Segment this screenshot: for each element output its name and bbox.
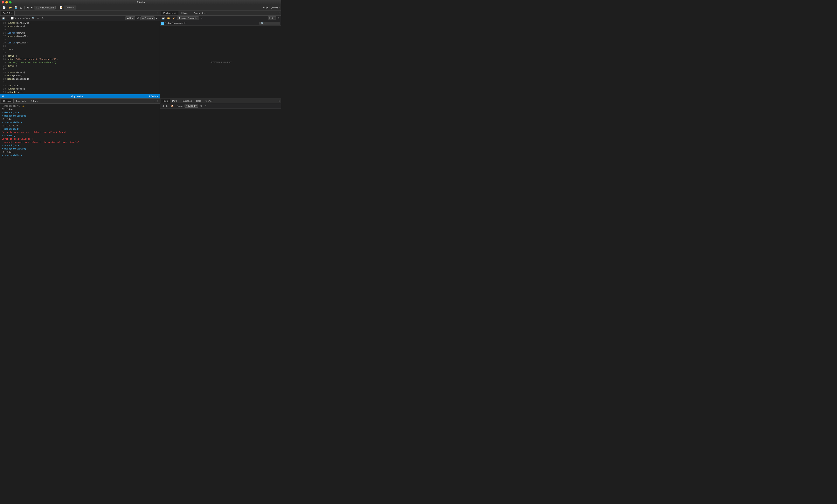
files-maximize-button[interactable]: □ (278, 100, 281, 102)
env-maximize-button[interactable]: □ (278, 12, 281, 14)
files-content (160, 109, 281, 158)
code-line-28: 28 summary(cars) (0, 71, 160, 74)
code-editor[interactable]: 13 summary(chickwts) 14 summary(cars) 15… (0, 21, 160, 94)
import-label: Import Dataset ▾ (181, 17, 197, 20)
new-script-button[interactable]: 📝 (59, 6, 63, 9)
zoom-button[interactable]: Zoom (176, 105, 183, 107)
new-file-button[interactable]: 📄▾ (2, 6, 7, 9)
cursor-position: 39:1 (2, 95, 5, 97)
files-minimize-button[interactable]: – (275, 100, 278, 102)
global-env-label[interactable]: Global Environment ▾ (165, 22, 186, 24)
console-tab-bar: Console Terminal ▾ Jobs ✕ – □ (0, 98, 160, 104)
source-button[interactable]: ⇒ Source ▾ (140, 16, 155, 20)
rerun-button[interactable]: ↺ (136, 17, 140, 20)
go-to-file-button[interactable]: Go to file/function (34, 6, 56, 10)
open-file-button[interactable]: 📂 (8, 6, 13, 9)
source-arrow-icon: ▾ (152, 17, 153, 20)
code-line-23: 23 getwd() (0, 54, 160, 58)
env-save-button[interactable]: 💾 (161, 17, 165, 20)
env-tab-controls: – □ (275, 12, 281, 14)
console-line-7: > mean(speed) (2, 127, 158, 131)
files-tab-controls: – □ (275, 100, 281, 102)
print-button[interactable]: 🖨 (19, 6, 23, 9)
run-button[interactable]: ▶ Run (125, 16, 135, 20)
code-line-24: 24 setwd("/Users/zerohertz/Documents/R") (0, 58, 160, 61)
files-back-button[interactable]: ◀ (161, 104, 164, 107)
tab-close-icon[interactable]: ✕ (11, 12, 13, 14)
editor-tab-day2r[interactable]: Day2.R ✕ (1, 11, 15, 15)
minimize-button[interactable] (5, 1, 8, 3)
console-line-1: [1] 15.4 (2, 108, 158, 111)
editor-options-button[interactable]: ▸ (156, 17, 158, 20)
console-minimize-button[interactable]: – (154, 100, 156, 102)
spell-check-button[interactable]: ✏ (36, 17, 40, 20)
export-button[interactable]: ⬆ Export ▾ (184, 104, 198, 108)
tab-packages[interactable]: Packages (180, 98, 194, 103)
console-line-8: Error in mean(speed) : object 'speed' no… (2, 131, 158, 134)
console-maximize-button[interactable]: □ (156, 100, 159, 102)
project-button[interactable]: Project: (None) ▾ (263, 6, 280, 9)
code-tools-button[interactable]: ⚙ (41, 17, 44, 20)
source-label: ⇒ Source (142, 17, 152, 20)
main-toolbar: 📄▾ 📂 💾 🖨 ◀ ▶ Go to file/function 📝 Addin… (0, 4, 281, 11)
env-open-button[interactable]: 📂 (166, 17, 171, 20)
tab-connections[interactable]: Connections (191, 11, 209, 15)
maximize-button[interactable] (9, 1, 12, 3)
console-dir-line: ~/Documents/R/ 🔒 (2, 104, 158, 108)
env-refresh-button[interactable]: ↺ (200, 17, 203, 20)
source-on-save-text: Source on Save (14, 17, 30, 20)
source-on-save-label[interactable]: Source on Save (11, 17, 30, 20)
tab-environment[interactable]: Environment (161, 11, 179, 15)
editor-tab-bar: Day2.R ✕ – □ (0, 11, 160, 16)
tab-history[interactable]: History (179, 11, 191, 15)
forward-button[interactable]: ▶ (30, 6, 33, 9)
list-view-button[interactable]: List ▾ (268, 16, 276, 20)
console-line-2: > detach(cars) (2, 111, 158, 114)
export-icon: ⬆ (186, 105, 188, 107)
console-line-9: > sd(dist) (2, 134, 158, 137)
editor-maximize-button[interactable]: □ (156, 12, 159, 14)
global-environment-bar: Global Environment ▾ (160, 21, 281, 25)
editor-minimize-button[interactable]: – (154, 12, 156, 14)
env-minimize-button[interactable]: – (275, 12, 278, 14)
tab-help[interactable]: Help (194, 98, 203, 103)
console-line-11: cannot coerce type 'closure' to vector o… (2, 141, 158, 144)
jobs-close-icon[interactable]: ✕ (36, 100, 38, 102)
back-button[interactable]: ◀ (26, 6, 29, 9)
global-env-icon (161, 22, 164, 25)
source-on-save-checkbox[interactable] (11, 17, 14, 20)
search-button[interactable]: 🔍 (31, 17, 36, 20)
main-layout: Day2.R ✕ – □ 💾 ↩ Source on Save 🔍 ✏ (0, 11, 281, 158)
code-line-31: 31 (0, 81, 160, 84)
tab-console[interactable]: Console (1, 99, 14, 103)
console-area: Console Terminal ▾ Jobs ✕ – □ ~/Document… (0, 98, 160, 158)
console-controls: – □ (154, 100, 159, 102)
files-clear-button[interactable]: ⊘ (199, 104, 203, 107)
console-line-14: [1] 15.4 (2, 150, 158, 154)
tab-terminal[interactable]: Terminal ▾ (14, 99, 29, 103)
files-forward-button[interactable]: ▶ (165, 104, 169, 107)
window-title: RStudio (137, 1, 145, 3)
tab-plots[interactable]: Plots (170, 98, 179, 103)
console-content[interactable]: ~/Documents/R/ 🔒 [1] 15.4 > detach(cars)… (0, 104, 160, 158)
code-line-33: 33 summary(cars) (0, 87, 160, 91)
env-search-input[interactable] (260, 22, 280, 25)
tab-files[interactable]: Files (161, 98, 170, 103)
env-options-button[interactable]: ⚙ (277, 17, 280, 20)
addins-button[interactable]: Addins ▾ (64, 5, 77, 10)
save-all-button[interactable]: 💾 (14, 6, 18, 9)
right-panel: Environment History Connections – □ 💾 📂 … (160, 11, 281, 158)
save-button[interactable]: 💾 (1, 17, 6, 20)
files-panel: Files Plots Packages Help Viewer – □ ◀ ▶… (160, 98, 281, 158)
undo-button[interactable]: ↩ (6, 17, 10, 20)
tab-jobs[interactable]: Jobs ✕ (29, 99, 40, 103)
env-tab-bar: Environment History Connections – □ (160, 11, 281, 16)
env-broom-button[interactable]: 🧹 (172, 17, 176, 20)
import-dataset-button[interactable]: ⬇ Import Dataset ▾ (177, 16, 199, 20)
files-refresh-button[interactable]: ✏ (204, 104, 208, 107)
console-line-6: [1] 25.76938 (2, 124, 158, 127)
close-button[interactable] (2, 1, 4, 3)
tab-viewer[interactable]: Viewer (203, 98, 215, 103)
editor-toolbar: 💾 ↩ Source on Save 🔍 ✏ ⚙ ▶ Run ↺ ⇒ Sourc… (0, 16, 160, 21)
files-home-button[interactable]: 🏠 (170, 104, 175, 107)
